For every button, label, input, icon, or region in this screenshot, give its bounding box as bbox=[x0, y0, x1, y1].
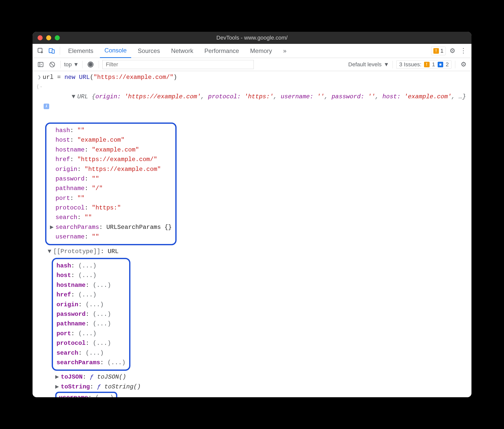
property-key[interactable]: hash bbox=[57, 262, 71, 269]
property-value: "https://example.com" bbox=[85, 166, 161, 173]
devtools-window: DevTools - www.google.com/ Elements Cons… bbox=[33, 32, 471, 397]
kebab-menu-icon[interactable]: ⋮ bbox=[459, 46, 468, 55]
property-value: "" bbox=[77, 195, 85, 202]
levels-label: Default levels bbox=[348, 61, 382, 68]
property-key[interactable]: pathname bbox=[55, 185, 85, 192]
accessor-ellipsis[interactable]: (...) bbox=[78, 291, 96, 298]
prototype-method[interactable]: ▶toString: ƒ toString() bbox=[33, 382, 471, 392]
property-key[interactable]: search bbox=[57, 350, 78, 356]
collapse-icon[interactable]: ▼ bbox=[72, 92, 76, 102]
console-result-line[interactable]: ⟨· ▼URL {origin: 'https://example.com', … bbox=[33, 82, 471, 121]
property-key[interactable]: hash bbox=[55, 127, 70, 134]
accessor-ellipsis[interactable]: (...) bbox=[78, 330, 96, 337]
inspect-icon[interactable] bbox=[36, 46, 45, 55]
property-key[interactable]: password bbox=[55, 175, 85, 182]
property-key[interactable]: searchParams bbox=[55, 224, 99, 231]
property-value: "example.com" bbox=[77, 137, 124, 143]
property-key[interactable]: href bbox=[57, 291, 71, 298]
property-key[interactable]: host bbox=[57, 272, 71, 279]
property-key[interactable]: hostname bbox=[57, 282, 86, 289]
traffic-lights bbox=[38, 35, 60, 40]
expand-icon[interactable]: ▶ bbox=[50, 223, 54, 232]
tab-sources[interactable]: Sources bbox=[133, 44, 164, 58]
accessor-ellipsis[interactable]: (...) bbox=[86, 301, 104, 308]
expand-icon[interactable]: ▶ bbox=[55, 382, 60, 392]
filter-input[interactable] bbox=[102, 60, 254, 69]
collapse-icon[interactable]: ▼ bbox=[48, 247, 52, 256]
property-key[interactable]: origin bbox=[57, 301, 78, 308]
variable-name: url bbox=[43, 74, 53, 81]
minimize-icon[interactable] bbox=[46, 35, 51, 40]
property-key[interactable]: href bbox=[55, 156, 70, 163]
device-toggle-icon[interactable] bbox=[47, 46, 56, 55]
property-value: "https:" bbox=[92, 204, 121, 211]
chevron-down-icon: ▼ bbox=[73, 61, 79, 68]
accessor-ellipsis[interactable]: (...) bbox=[93, 340, 111, 347]
property-value: "" bbox=[92, 233, 99, 240]
expand-icon[interactable]: ▶ bbox=[55, 372, 60, 382]
property-key[interactable]: port bbox=[55, 195, 70, 202]
warning-icon: ! bbox=[433, 48, 439, 54]
property-key[interactable]: search bbox=[55, 214, 77, 221]
sidebar-toggle-icon[interactable] bbox=[36, 60, 45, 69]
svg-point-5 bbox=[89, 63, 92, 66]
property-key[interactable]: pathname bbox=[57, 320, 86, 327]
zoom-icon[interactable] bbox=[55, 35, 60, 40]
warnings-badge[interactable]: ! 1 bbox=[431, 47, 446, 55]
console-input-line: ❯ url = new URL("https://example.com/") bbox=[33, 73, 471, 82]
property-key[interactable]: protocol bbox=[55, 204, 85, 211]
property-key[interactable]: password bbox=[57, 311, 86, 318]
property-key[interactable]: port bbox=[57, 330, 71, 337]
tab-network[interactable]: Network bbox=[166, 44, 198, 58]
warning-icon: ! bbox=[424, 62, 430, 67]
own-properties-group: hash: "" host: "example.com" hostname: "… bbox=[45, 122, 177, 245]
accessor-ellipsis[interactable]: (...) bbox=[93, 320, 111, 327]
property-value: "" bbox=[92, 175, 99, 182]
prototype-header[interactable]: ▼[[Prototype]]: URL bbox=[33, 247, 471, 256]
prototype-value: URL bbox=[108, 248, 119, 255]
console-output[interactable]: ❯ url = new URL("https://example.com/") … bbox=[33, 71, 471, 397]
property-key[interactable]: host bbox=[55, 137, 70, 143]
property-value: "https://example.com/" bbox=[77, 156, 157, 163]
console-toolbar: top ▼ Default levels ▼ 3 Issues: ! 1 ■ 2… bbox=[33, 58, 471, 71]
property-value: "example.com" bbox=[92, 146, 139, 153]
property-key[interactable]: hostname bbox=[55, 146, 85, 153]
info-icon[interactable]: i bbox=[44, 104, 49, 109]
titlebar: DevTools - www.google.com/ bbox=[33, 32, 471, 44]
tab-console[interactable]: Console bbox=[100, 44, 131, 58]
issues-badge[interactable]: 3 Issues: ! 1 ■ 2 bbox=[396, 60, 452, 69]
window-title: DevTools - www.google.com/ bbox=[33, 35, 471, 41]
clear-console-icon[interactable] bbox=[48, 60, 57, 69]
tab-performance[interactable]: Performance bbox=[200, 44, 243, 58]
tab-overflow[interactable]: » bbox=[278, 44, 291, 58]
settings-icon[interactable]: ⚙ bbox=[448, 46, 457, 55]
property-key[interactable]: searchParams bbox=[57, 359, 100, 366]
prototype-label: [[Prototype]] bbox=[53, 248, 100, 255]
prototype-method[interactable]: ▶toJSON: ƒ toJSON() bbox=[33, 372, 471, 382]
warnings-count: 1 bbox=[440, 48, 443, 54]
property-key[interactable]: origin bbox=[55, 166, 77, 173]
tab-memory[interactable]: Memory bbox=[246, 44, 277, 58]
prototype-accessors-group: hash: (...)host: (...)hostname: (...)hre… bbox=[52, 258, 130, 371]
svg-rect-2 bbox=[52, 50, 54, 53]
accessor-ellipsis[interactable]: (...) bbox=[107, 359, 126, 366]
console-settings-icon[interactable]: ⚙ bbox=[459, 60, 468, 69]
close-icon[interactable] bbox=[38, 35, 43, 40]
issues-warn-count: 1 bbox=[432, 61, 435, 68]
context-selector[interactable]: top ▼ bbox=[64, 61, 79, 68]
object-summary: URL { bbox=[77, 93, 95, 100]
tab-elements[interactable]: Elements bbox=[64, 44, 98, 58]
property-key[interactable]: protocol bbox=[57, 340, 86, 347]
accessor-ellipsis[interactable]: (...) bbox=[93, 282, 111, 289]
accessor-ellipsis[interactable]: (...) bbox=[78, 262, 96, 269]
live-expression-icon[interactable] bbox=[86, 60, 95, 69]
accessor-ellipsis[interactable]: (...) bbox=[86, 350, 104, 356]
result-icon: ⟨· bbox=[36, 82, 43, 91]
prompt-icon: ❯ bbox=[36, 73, 43, 82]
accessor-ellipsis[interactable]: (...) bbox=[93, 311, 111, 318]
accessor-ellipsis[interactable]: (...) bbox=[78, 272, 96, 279]
chevron-down-icon: ▼ bbox=[384, 61, 389, 68]
property-key[interactable]: username bbox=[55, 233, 85, 240]
prototype-accessor[interactable]: username: (...) bbox=[33, 392, 471, 397]
log-levels-dropdown[interactable]: Default levels ▼ bbox=[348, 61, 389, 68]
